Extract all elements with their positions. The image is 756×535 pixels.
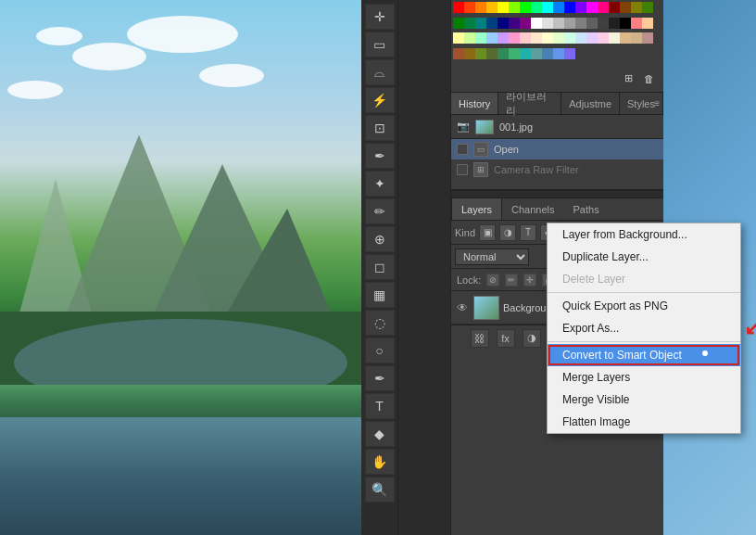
clone-tool[interactable]: ⊕ [365,226,395,252]
crop-tool[interactable]: ⊡ [365,115,395,141]
color-swatch[interactable] [642,32,653,44]
color-swatch[interactable] [586,2,598,13]
color-swatch[interactable] [486,32,498,44]
color-swatch[interactable] [475,32,486,44]
blend-mode-select[interactable]: Normal [455,248,529,265]
tab-library[interactable]: 라이브러리 [498,93,561,114]
move-tool[interactable]: ✛ [365,4,395,30]
menu-item-export-as[interactable]: Export As... [548,317,740,339]
layer-visibility-icon[interactable]: 👁 [455,300,470,315]
menu-item-convert-smart-object[interactable]: Convert to Smart Object [548,344,740,366]
color-swatch[interactable] [631,18,642,29]
color-swatch[interactable] [486,48,498,59]
color-swatch[interactable] [642,18,653,29]
color-swatch[interactable] [498,48,509,59]
color-swatch[interactable] [553,48,564,59]
lock-paint-btn[interactable]: ✏ [505,274,518,287]
menu-item-flatten-image[interactable]: Flatten Image [548,411,740,433]
color-swatch[interactable] [464,48,475,59]
menu-item-delete-layer[interactable]: Delete Layer [548,268,740,290]
blur-tool[interactable]: ◌ [365,310,395,336]
color-swatch[interactable] [531,32,542,44]
color-swatch[interactable] [564,48,575,59]
color-swatch[interactable] [609,32,620,44]
color-swatch[interactable] [542,48,553,59]
color-swatch[interactable] [553,18,564,29]
color-swatch[interactable] [620,32,631,44]
color-swatch[interactable] [475,48,486,59]
color-swatch[interactable] [631,2,642,13]
zoom-tool[interactable]: 🔍 [365,477,395,503]
color-swatch[interactable] [564,32,575,44]
color-swatch[interactable] [564,2,575,13]
color-swatch[interactable] [520,2,531,13]
color-swatch[interactable] [475,2,486,13]
menu-item-merge-visible[interactable]: Merge Visible [548,389,740,411]
color-swatch[interactable] [475,18,486,29]
color-swatch[interactable] [464,32,475,44]
color-swatch[interactable] [620,18,631,29]
color-swatch[interactable] [609,18,620,29]
heal-tool[interactable]: ✦ [365,171,395,197]
tab-adjustments[interactable]: Adjustme [561,93,620,114]
shape-tool[interactable]: ◆ [365,421,395,447]
tab-paths[interactable]: Paths [564,198,609,220]
color-swatch[interactable] [520,32,531,44]
color-swatch[interactable] [531,2,542,13]
panel-tool-1[interactable]: ⊞ [621,71,636,86]
color-swatch[interactable] [553,32,564,44]
color-swatch[interactable] [520,48,531,59]
add-fx-btn[interactable]: fx [497,329,515,348]
color-swatch[interactable] [486,2,498,13]
select-tool[interactable]: ▭ [365,32,395,57]
color-swatch[interactable] [464,2,475,13]
magic-wand-tool[interactable]: ⚡ [365,87,395,113]
menu-item-merge-layers[interactable]: Merge Layers [548,366,740,389]
color-swatch[interactable] [542,18,553,29]
color-swatch[interactable] [564,18,575,29]
color-swatch[interactable] [586,18,598,29]
filter-type-btn[interactable]: T [520,224,536,241]
filter-adj-btn[interactable]: ◑ [499,224,516,241]
color-swatch[interactable] [598,2,609,13]
color-swatch[interactable] [575,2,586,13]
color-swatch[interactable] [609,2,620,13]
color-swatch[interactable] [498,18,509,29]
color-swatch[interactable] [642,2,653,13]
add-mask-btn[interactable]: ◑ [523,329,541,348]
pen-tool[interactable]: ✒ [365,365,395,391]
eyedropper-tool[interactable]: ✒ [365,143,395,169]
color-swatch[interactable] [464,18,475,29]
color-swatch[interactable] [631,32,642,44]
color-swatch[interactable] [575,18,586,29]
color-swatch[interactable] [453,32,464,44]
history-item-open[interactable]: ▭ Open [451,139,663,159]
panel-menu-icon[interactable]: ≡ [654,98,660,108]
color-swatch[interactable] [453,48,464,59]
color-swatch[interactable] [520,18,531,29]
color-swatch[interactable] [542,32,553,44]
color-swatch[interactable] [542,2,553,13]
filter-pixel-btn[interactable]: ▣ [479,224,496,241]
color-swatch[interactable] [509,2,520,13]
gradient-tool[interactable]: ▦ [365,282,395,308]
panel-tool-2[interactable]: 🗑 [641,71,656,86]
color-swatch[interactable] [453,2,464,13]
color-swatch[interactable] [620,2,631,13]
lock-position-btn[interactable]: ✛ [523,274,536,287]
color-swatch[interactable] [598,18,609,29]
color-swatch[interactable] [509,18,520,29]
menu-item-duplicate-layer[interactable]: Duplicate Layer... [548,246,740,268]
color-swatch[interactable] [509,32,520,44]
color-swatch[interactable] [553,2,564,13]
color-swatch[interactable] [509,48,520,59]
color-swatch[interactable] [453,18,464,29]
tab-layers[interactable]: Layers [451,198,502,220]
tab-channels[interactable]: Channels [502,198,563,220]
color-swatch[interactable] [486,18,498,29]
eraser-tool[interactable]: ◻ [365,254,395,280]
color-swatch[interactable] [498,2,509,13]
menu-item-layer-from-bg[interactable]: Layer from Background... [548,223,740,246]
hand-tool[interactable]: ✋ [365,449,395,475]
lock-transparent-btn[interactable]: ⊘ [486,274,499,287]
